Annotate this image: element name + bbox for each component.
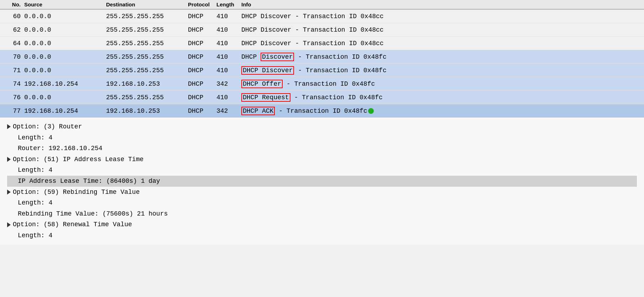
packet-no: 64 <box>3 40 24 47</box>
packet-source: 0.0.0.0 <box>24 67 106 74</box>
packet-info: DHCP Discover - Transaction ID 0x48cc <box>241 13 641 20</box>
expand-icon <box>7 157 11 162</box>
red-box-info: DHCP Offer <box>241 80 283 88</box>
packet-info: DHCP Discover - Transaction ID 0x48fc <box>241 53 641 60</box>
packet-length: 410 <box>216 67 241 74</box>
packet-protocol: DHCP <box>188 94 216 101</box>
packet-no: 62 <box>3 26 24 33</box>
packet-protocol: DHCP <box>188 107 216 115</box>
detail-field: Length: 4 <box>7 230 637 241</box>
packet-no: 60 <box>3 13 24 20</box>
red-box-info: DHCP Request <box>241 93 290 102</box>
red-box-info: Discover <box>261 53 294 61</box>
detail-section-header[interactable]: Option: (3) Router <box>7 121 637 132</box>
packet-no: 77 <box>3 107 24 115</box>
packet-protocol: DHCP <box>188 53 216 60</box>
packet-protocol: DHCP <box>188 40 216 47</box>
detail-field: Rebinding Time Value: (75600s) 21 hours <box>7 208 637 219</box>
packet-no: 76 <box>3 94 24 101</box>
packet-info: DHCP ACK - Transaction ID 0x48fc <box>241 107 641 115</box>
packet-source: 0.0.0.0 <box>24 40 106 47</box>
packet-info: DHCP Offer - Transaction ID 0x48fc <box>241 80 641 87</box>
packet-info: DHCP Discover - Transaction ID 0x48cc <box>241 40 641 47</box>
red-box-info: DHCP ACK <box>241 107 275 115</box>
packet-length: 410 <box>216 53 241 60</box>
packet-length: 410 <box>216 94 241 101</box>
packet-row[interactable]: 760.0.0.0255.255.255.255DHCP410DHCP Requ… <box>0 91 644 104</box>
expand-icon <box>7 190 11 195</box>
packet-length: 410 <box>216 26 241 33</box>
detail-field: Length: 4 <box>7 165 637 176</box>
section-title: Option: (51) IP Address Lease Time <box>13 154 143 165</box>
packet-protocol: DHCP <box>188 67 216 74</box>
packet-no: 74 <box>3 80 24 87</box>
packet-info: DHCP Discover - Transaction ID 0x48cc <box>241 26 641 33</box>
red-box-info: DHCP Discover <box>241 66 294 75</box>
packet-length: 410 <box>216 40 241 47</box>
packet-destination: 192.168.10.253 <box>106 80 188 87</box>
packet-row[interactable]: 640.0.0.0255.255.255.255DHCP410DHCP Disc… <box>0 37 644 50</box>
packet-destination: 255.255.255.255 <box>106 26 188 33</box>
section-title: Option: (58) Renewal Time Value <box>13 219 132 230</box>
packet-length: 410 <box>216 13 241 20</box>
header-info: Info <box>241 1 641 7</box>
packet-row[interactable]: 74192.168.10.254192.168.10.253DHCP342DHC… <box>0 77 644 91</box>
packet-source: 0.0.0.0 <box>24 94 106 101</box>
detail-section-header[interactable]: Option: (59) Rebinding Time Value <box>7 187 637 198</box>
detail-field: IP Address Lease Time: (86400s) 1 day <box>7 176 637 187</box>
packet-destination: 255.255.255.255 <box>106 40 188 47</box>
detail-field: Length: 4 <box>7 197 637 208</box>
packet-rows: 600.0.0.0255.255.255.255DHCP410DHCP Disc… <box>0 10 644 118</box>
packet-destination: 255.255.255.255 <box>106 94 188 101</box>
packet-destination: 192.168.10.253 <box>106 107 188 115</box>
packet-no: 71 <box>3 67 24 74</box>
detail-panel: Option: (3) Router Length: 4 Router: 192… <box>0 118 644 245</box>
packet-destination: 255.255.255.255 <box>106 53 188 60</box>
expand-icon <box>7 124 11 129</box>
packet-info: DHCP Discover - Transaction ID 0x48fc <box>241 67 641 74</box>
header-no: No. <box>3 1 24 7</box>
packet-source: 192.168.10.254 <box>24 80 106 87</box>
packet-protocol: DHCP <box>188 26 216 33</box>
header-destination: Destination <box>106 1 188 7</box>
packet-source: 192.168.10.254 <box>24 107 106 115</box>
mouse-cursor <box>368 108 374 114</box>
detail-section-header[interactable]: Option: (58) Renewal Time Value <box>7 219 637 230</box>
packet-row[interactable]: 77192.168.10.254192.168.10.253DHCP342DHC… <box>0 104 644 118</box>
packet-row[interactable]: 700.0.0.0255.255.255.255DHCP410DHCP Disc… <box>0 50 644 64</box>
packet-source: 0.0.0.0 <box>24 26 106 33</box>
packet-source: 0.0.0.0 <box>24 53 106 60</box>
packet-source: 0.0.0.0 <box>24 13 106 20</box>
header-source: Source <box>24 1 106 7</box>
packet-list-header: No. Source Destination Protocol Length I… <box>0 0 644 10</box>
packet-row[interactable]: 620.0.0.0255.255.255.255DHCP410DHCP Disc… <box>0 23 644 37</box>
packet-length: 342 <box>216 107 241 115</box>
detail-field: Router: 192.168.10.254 <box>7 143 637 154</box>
packet-no: 70 <box>3 53 24 60</box>
section-title: Option: (59) Rebinding Time Value <box>13 187 140 198</box>
packet-row[interactable]: 710.0.0.0255.255.255.255DHCP410DHCP Disc… <box>0 64 644 77</box>
packet-destination: 255.255.255.255 <box>106 67 188 74</box>
detail-field: Length: 4 <box>7 132 637 143</box>
packet-list-container: No. Source Destination Protocol Length I… <box>0 0 644 118</box>
packet-protocol: DHCP <box>188 80 216 87</box>
packet-protocol: DHCP <box>188 13 216 20</box>
section-title: Option: (3) Router <box>13 121 82 132</box>
packet-info: DHCP Request - Transaction ID 0x48fc <box>241 94 641 101</box>
packet-row[interactable]: 600.0.0.0255.255.255.255DHCP410DHCP Disc… <box>0 10 644 23</box>
expand-icon <box>7 222 11 227</box>
detail-section-header[interactable]: Option: (51) IP Address Lease Time <box>7 154 637 165</box>
header-protocol: Protocol <box>188 1 216 7</box>
packet-length: 342 <box>216 80 241 87</box>
packet-destination: 255.255.255.255 <box>106 13 188 20</box>
header-length: Length <box>216 1 241 7</box>
